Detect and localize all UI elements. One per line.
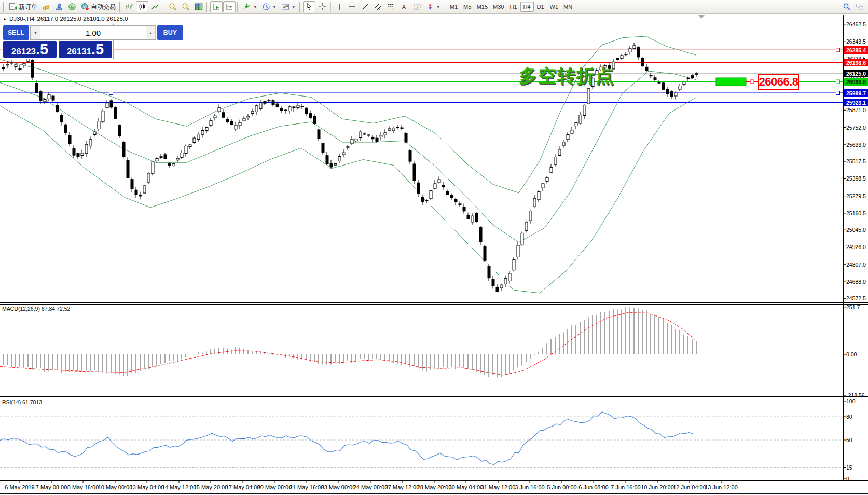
- svg-text:F: F: [392, 7, 394, 11]
- callout-anchor-marker[interactable]: [750, 80, 754, 84]
- new-order-button[interactable]: 新订单: [7, 1, 39, 12]
- text-label-button[interactable]: T: [411, 1, 423, 12]
- toolbar-grip[interactable]: [237, 2, 239, 12]
- buy-price[interactable]: 26131 .5: [59, 41, 112, 58]
- buy-price-frac: .5: [91, 42, 104, 57]
- volume-input[interactable]: [40, 26, 146, 39]
- panel-collapse-icon[interactable]: ▲: [3, 17, 7, 21]
- templates-button[interactable]: ▼: [279, 1, 298, 12]
- fibonacci-icon: F: [387, 3, 395, 11]
- signal-button[interactable]: [66, 1, 78, 12]
- time-axis-label: 17 May 04:00: [226, 484, 260, 490]
- volume-stepper: ▼ ▲: [30, 25, 156, 40]
- channel-icon: E: [374, 3, 382, 11]
- chat-button[interactable]: [853, 1, 866, 12]
- profile-button[interactable]: [53, 1, 65, 12]
- toolbar-separator: [445, 2, 445, 12]
- time-axis-label: 14 May 12:00: [162, 484, 197, 490]
- time-axis-label: 13 Jun 12:00: [705, 484, 738, 490]
- tile-windows-button[interactable]: [192, 1, 205, 12]
- time-axis-label: 24 May 08:00: [353, 484, 388, 490]
- vertical-line-button[interactable]: [333, 1, 346, 12]
- svg-text:T: T: [416, 5, 419, 10]
- trendline-button[interactable]: [359, 1, 371, 12]
- search-icon: [843, 3, 851, 11]
- price-axis-tick: 25160.5: [846, 210, 866, 216]
- line-anchor-marker[interactable]: [109, 91, 113, 95]
- toolbar-grip[interactable]: [299, 2, 301, 12]
- chart-ohlc-values: 26117.0 26125.0 26101.0 26125.0: [37, 16, 128, 22]
- arrows-button[interactable]: ▼: [424, 1, 443, 12]
- price-callout-box[interactable]: 26066.8: [758, 74, 799, 90]
- auto-scroll-button[interactable]: [210, 1, 223, 12]
- crosshair-icon: [318, 3, 326, 11]
- price-badge-25989.7: 25989.7: [844, 89, 868, 97]
- highlight-rectangle[interactable]: [716, 78, 746, 86]
- trendline-icon: [361, 3, 369, 11]
- timeframe-MN[interactable]: MN: [561, 2, 575, 12]
- line-chart-button[interactable]: [149, 1, 161, 12]
- bar-chart-icon: [125, 3, 133, 11]
- tile-windows-icon: [195, 3, 203, 11]
- toolbar-grip[interactable]: [163, 2, 165, 12]
- macd-axis-tick: 0.00: [846, 351, 857, 358]
- volume-decrease-button[interactable]: ▼: [31, 26, 40, 39]
- chart-canvas[interactable]: [0, 0, 868, 495]
- buy-price-int: 26131: [67, 44, 91, 60]
- timeframe-M30[interactable]: M30: [490, 2, 506, 12]
- price-badge-25923.1: 25923.1: [844, 99, 868, 106]
- timeframe-M15[interactable]: M15: [474, 2, 490, 12]
- timeframe-M1[interactable]: M1: [447, 2, 461, 12]
- periods-clock-icon: [262, 3, 270, 11]
- line-anchor-marker[interactable]: [836, 91, 840, 95]
- chat-icon: [856, 3, 864, 11]
- toolbar-grip[interactable]: [119, 2, 121, 12]
- price-axis-tick: 25752.0: [846, 125, 866, 131]
- add-indicator-icon: [243, 3, 251, 11]
- timeframe-H1[interactable]: H1: [507, 2, 520, 12]
- zoom-out-button[interactable]: [180, 1, 192, 12]
- buy-button[interactable]: BUY: [157, 25, 183, 40]
- dropdown-arrow-icon: ▼: [292, 5, 296, 9]
- bar-chart-button[interactable]: [123, 1, 135, 12]
- search-button[interactable]: [841, 1, 853, 12]
- chart-annotation-text[interactable]: 多空转折点: [519, 64, 615, 88]
- timeframe-H4[interactable]: H4: [520, 2, 534, 12]
- candlestick-button[interactable]: [136, 1, 148, 12]
- new-order-icon: [9, 3, 17, 11]
- sell-button[interactable]: SELL: [3, 25, 29, 40]
- sell-price[interactable]: 26123 .5: [3, 41, 57, 58]
- timeframe-W1[interactable]: W1: [547, 2, 561, 12]
- cursor-button[interactable]: [303, 1, 315, 12]
- timeframe-M5[interactable]: M5: [461, 2, 474, 12]
- time-axis-label: 3 Jun 16:00: [515, 484, 545, 490]
- line-chart-icon: [151, 3, 159, 11]
- eraser-button[interactable]: [40, 1, 52, 12]
- time-axis-label: 20 May 08:00: [257, 484, 292, 490]
- toolbar-grip[interactable]: [3, 2, 5, 12]
- autotrading-button[interactable]: 自动交易: [79, 1, 118, 12]
- volume-increase-button[interactable]: ▲: [146, 26, 156, 39]
- line-anchor-marker[interactable]: [836, 48, 840, 52]
- line-anchor-marker[interactable]: [836, 80, 840, 84]
- text-button[interactable]: A: [398, 1, 410, 12]
- time-axis-label: 13 May 04:00: [130, 484, 164, 490]
- chart-shift-marker[interactable]: [698, 15, 705, 19]
- zoom-in-button[interactable]: [167, 1, 179, 12]
- eraser-icon: [42, 3, 50, 11]
- price-badge-26285.4: 26285.4: [844, 46, 868, 54]
- toolbar-grip[interactable]: [206, 2, 209, 12]
- channel-button[interactable]: E: [372, 1, 384, 12]
- chart-symbol-title: DJ30-,H4: [9, 16, 35, 22]
- periods-button[interactable]: ▼: [260, 1, 279, 12]
- price-axis-tick: 26462.5: [846, 21, 866, 28]
- time-axis-label: 28 May 20:00: [417, 484, 452, 490]
- dropdown-arrow-icon: ▼: [272, 5, 277, 9]
- add-indicator-button[interactable]: ▼: [241, 1, 259, 12]
- fibonacci-button[interactable]: F: [385, 1, 397, 12]
- chart-shift-button[interactable]: [223, 1, 236, 12]
- price-axis-tick: 25517.5: [846, 158, 866, 164]
- horizontal-line-button[interactable]: [346, 1, 359, 12]
- timeframe-D1[interactable]: D1: [534, 2, 547, 12]
- crosshair-button[interactable]: [316, 1, 328, 12]
